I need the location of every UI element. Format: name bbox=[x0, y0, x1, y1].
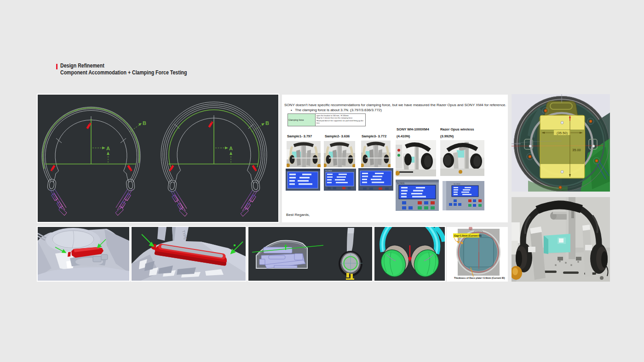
svg-text:SLD806: SLD806 bbox=[325, 170, 332, 172]
svg-text:(35.50): (35.50) bbox=[557, 131, 568, 135]
svg-text:B: B bbox=[143, 120, 146, 126]
svg-text:SLD806: SLD806 bbox=[454, 183, 460, 185]
svg-text:Thickness of Deco plate= 0.6mm: Thickness of Deco plate= 0.6mm (Current … bbox=[454, 277, 505, 279]
svg-text:A: A bbox=[229, 146, 233, 151]
svg-text:B: B bbox=[265, 120, 269, 126]
svg-text:Gap=1.0mm (Current ID): Gap=1.0mm (Current ID) bbox=[454, 234, 482, 237]
svg-text:SLD806.: SLD806. bbox=[397, 182, 405, 185]
svg-text:A: A bbox=[106, 146, 110, 151]
svg-text:35.00: 35.00 bbox=[572, 148, 581, 152]
